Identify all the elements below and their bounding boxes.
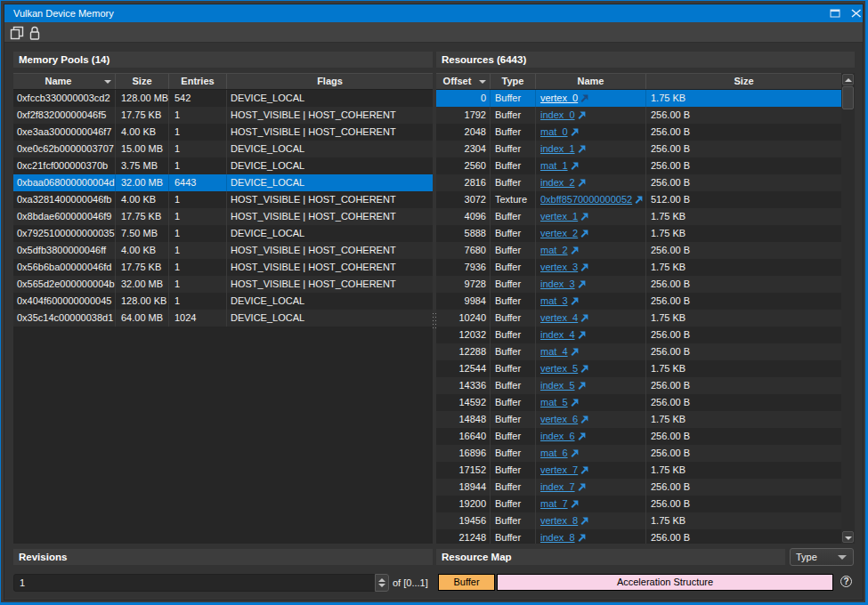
cell-name[interactable]: vertex_2 xyxy=(536,225,646,242)
cell-entries[interactable]: 1 xyxy=(169,191,227,208)
cell-size[interactable]: 7.50 MB xyxy=(116,225,169,242)
memory-pools-table[interactable]: NameSizeEntriesFlags0xfccb330000003cd212… xyxy=(13,73,433,544)
cell-name[interactable]: 0x404f600000000045 xyxy=(13,293,116,310)
table-row[interactable]: 12032Bufferindex_4 256.00 B xyxy=(436,327,841,343)
table-row[interactable]: 0x565d2e000000004b32.00 MB1HOST_VISIBLE … xyxy=(13,276,433,293)
cell-type[interactable]: Buffer xyxy=(491,293,536,310)
cell-type[interactable]: Buffer xyxy=(491,90,536,107)
cell-name[interactable]: index_3 xyxy=(536,276,646,293)
cell-type[interactable]: Buffer xyxy=(491,360,536,377)
resource-link[interactable]: index_5 xyxy=(540,380,575,391)
cell-name[interactable]: vertex_3 xyxy=(536,259,646,276)
column-header-flags[interactable]: Flags xyxy=(227,74,433,89)
cell-name[interactable]: index_1 xyxy=(536,141,646,157)
cell-offset[interactable]: 12288 xyxy=(436,343,491,360)
float-button[interactable] xyxy=(827,6,843,20)
cell-offset[interactable]: 17152 xyxy=(436,462,491,479)
table-row[interactable]: 0x5dfb3800000046ff4.00 KB1HOST_VISIBLE |… xyxy=(13,242,433,259)
resource-map-mode-select[interactable]: Type xyxy=(790,548,854,566)
cell-offset[interactable]: 2816 xyxy=(436,174,491,191)
resource-link[interactable]: index_4 xyxy=(540,329,575,340)
table-row[interactable]: 2816Bufferindex_2 256.00 B xyxy=(436,174,841,191)
cell-type[interactable]: Buffer xyxy=(491,157,536,174)
cell-name[interactable]: 0x565d2e000000004b xyxy=(13,276,116,293)
cell-type[interactable]: Buffer xyxy=(491,428,536,445)
cell-type[interactable]: Texture xyxy=(491,191,536,208)
vertical-scrollbar[interactable] xyxy=(841,73,855,544)
column-header-name[interactable]: Name xyxy=(13,74,116,89)
cell-offset[interactable]: 1792 xyxy=(436,107,491,124)
cell-flags[interactable]: HOST_VISIBLE | HOST_COHERENT xyxy=(227,276,433,293)
cell-size[interactable]: 256.00 B xyxy=(646,242,841,259)
cell-entries[interactable]: 1 xyxy=(169,157,227,174)
cell-offset[interactable]: 19200 xyxy=(436,496,491,512)
cell-size[interactable]: 1.75 KB xyxy=(646,310,841,327)
column-header-type[interactable]: Type xyxy=(491,74,536,89)
cell-name[interactable]: vertex_1 xyxy=(536,208,646,225)
cell-name[interactable]: mat_0 xyxy=(536,124,646,141)
cell-size[interactable]: 256.00 B xyxy=(646,377,841,394)
resource-link[interactable]: vertex_5 xyxy=(540,363,578,374)
table-row[interactable]: 9728Bufferindex_3 256.00 B xyxy=(436,276,841,293)
cell-size[interactable]: 1.75 KB xyxy=(646,208,841,225)
resource-map-segment-buffer[interactable]: Buffer xyxy=(438,574,495,591)
cell-size[interactable]: 15.00 MB xyxy=(116,141,169,157)
cell-type[interactable]: Buffer xyxy=(491,259,536,276)
cell-name[interactable]: 0x35c14c00000038d1 xyxy=(13,310,116,327)
cell-name[interactable]: 0xa3281400000046fb xyxy=(13,191,116,208)
resources-table[interactable]: OffsetTypeNameSize0Buffervertex_0 1.75 K… xyxy=(436,73,855,544)
cell-offset[interactable]: 18944 xyxy=(436,479,491,496)
cell-entries[interactable]: 1 xyxy=(169,141,227,157)
cell-entries[interactable]: 1 xyxy=(169,259,227,276)
cell-type[interactable]: Buffer xyxy=(491,208,536,225)
cell-name[interactable]: 0x8bdae600000046f9 xyxy=(13,208,116,225)
cell-name[interactable]: 0xfccb330000003cd2 xyxy=(13,90,116,107)
cell-name[interactable]: index_0 xyxy=(536,107,646,124)
resource-link[interactable]: index_3 xyxy=(540,278,575,289)
table-body[interactable]: 0Buffervertex_0 1.75 KB1792Bufferindex_0… xyxy=(436,90,841,544)
cell-size[interactable]: 256.00 B xyxy=(646,157,841,174)
cell-size[interactable]: 256.00 B xyxy=(646,496,841,512)
cell-name[interactable]: 0xbff8570000000052 xyxy=(536,191,646,208)
cell-offset[interactable]: 12544 xyxy=(436,360,491,377)
cell-offset[interactable]: 3072 xyxy=(436,191,491,208)
cell-name[interactable]: vertex_6 xyxy=(536,411,646,428)
cell-type[interactable]: Buffer xyxy=(491,529,536,544)
table-row[interactable]: 21248Bufferindex_8 256.00 B xyxy=(436,529,841,544)
table-row[interactable]: 18944Bufferindex_7 256.00 B xyxy=(436,479,841,496)
cell-size[interactable]: 1.75 KB xyxy=(646,225,841,242)
resource-link[interactable]: mat_3 xyxy=(540,295,568,306)
cell-entries[interactable]: 1 xyxy=(169,242,227,259)
cell-entries[interactable]: 1 xyxy=(169,124,227,141)
table-body[interactable]: 0xfccb330000003cd2128.00 MB542DEVICE_LOC… xyxy=(13,90,433,544)
table-row[interactable]: 0x404f600000000045128.00 KB1DEVICE_LOCAL xyxy=(13,293,433,310)
cell-size[interactable]: 128.00 MB xyxy=(116,90,169,107)
cell-name[interactable]: index_4 xyxy=(536,327,646,343)
cell-size[interactable]: 256.00 B xyxy=(646,141,841,157)
table-row[interactable]: 9984Buffermat_3 256.00 B xyxy=(436,293,841,310)
splitter-handle[interactable] xyxy=(433,313,436,333)
cell-size[interactable]: 32.00 MB xyxy=(116,276,169,293)
cell-offset[interactable]: 7936 xyxy=(436,259,491,276)
cell-entries[interactable]: 6443 xyxy=(169,174,227,191)
cell-size[interactable]: 64.00 MB xyxy=(116,310,169,327)
cell-name[interactable]: vertex_4 xyxy=(536,310,646,327)
cell-size[interactable]: 1.75 KB xyxy=(646,90,841,107)
cell-name[interactable]: index_2 xyxy=(536,174,646,191)
cell-offset[interactable]: 0 xyxy=(436,90,491,107)
cell-offset[interactable]: 9728 xyxy=(436,276,491,293)
cell-flags[interactable]: HOST_VISIBLE | HOST_COHERENT xyxy=(227,124,433,141)
cell-name[interactable]: index_6 xyxy=(536,428,646,445)
table-row[interactable]: 19200Buffermat_7 256.00 B xyxy=(436,496,841,512)
resource-link[interactable]: vertex_7 xyxy=(540,464,578,475)
table-row[interactable]: 0xe0c62b000000370715.00 MB1DEVICE_LOCAL xyxy=(13,141,433,157)
cell-name[interactable]: 0x56b6ba00000046fd xyxy=(13,259,116,276)
cell-name[interactable]: mat_2 xyxy=(536,242,646,259)
cell-type[interactable]: Buffer xyxy=(491,124,536,141)
cell-offset[interactable]: 14592 xyxy=(436,394,491,411)
cell-name[interactable]: vertex_7 xyxy=(536,462,646,479)
column-header-size[interactable]: Size xyxy=(116,74,169,89)
column-header-size[interactable]: Size xyxy=(646,74,841,89)
cell-offset[interactable]: 14336 xyxy=(436,377,491,394)
resource-link[interactable]: vertex_0 xyxy=(540,93,578,103)
